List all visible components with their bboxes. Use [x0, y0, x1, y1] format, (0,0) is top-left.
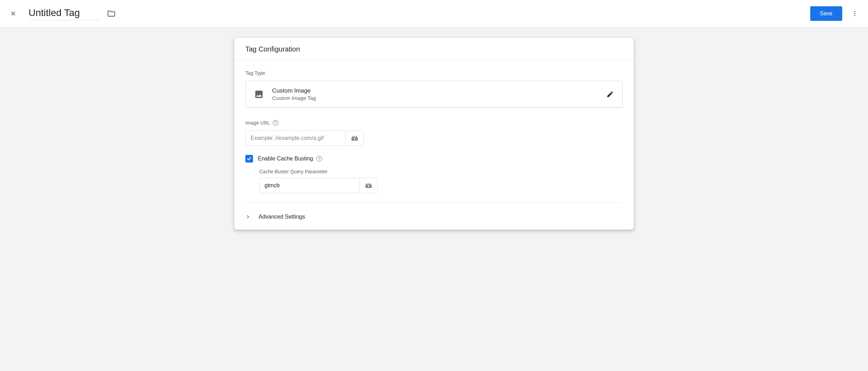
svg-point-2 [854, 15, 855, 16]
help-icon[interactable]: ? [316, 156, 322, 161]
chevron-right-icon [245, 214, 252, 219]
svg-rect-6 [356, 136, 357, 137]
svg-point-0 [854, 11, 855, 12]
help-icon[interactable]: ? [273, 120, 278, 126]
cache-buster-param-input[interactable] [259, 178, 360, 193]
cache-buster-param-label: Cache Buster Query Parameter [259, 169, 623, 174]
insert-variable-button[interactable] [360, 178, 378, 193]
svg-rect-4 [352, 136, 353, 137]
insert-variable-button[interactable] [346, 131, 364, 146]
image-icon [254, 89, 264, 99]
tag-type-selector[interactable]: Custom Image Custom Image Tag [245, 81, 623, 108]
tag-name-input[interactable] [29, 7, 100, 20]
cache-busting-label: Enable Cache Busting [258, 156, 313, 162]
image-url-input[interactable] [245, 131, 346, 146]
image-url-label: Image URL [245, 120, 270, 126]
edit-tag-type-icon[interactable] [606, 90, 614, 98]
svg-rect-12 [370, 183, 371, 185]
close-button[interactable] [9, 9, 17, 18]
tag-type-label: Tag Type [245, 70, 623, 76]
tag-type-name: Custom Image [272, 87, 598, 94]
divider [245, 202, 623, 203]
folder-icon[interactable] [107, 9, 116, 18]
card-title: Tag Configuration [245, 45, 623, 53]
svg-rect-11 [368, 183, 369, 185]
svg-point-1 [854, 13, 855, 14]
more-menu-icon[interactable] [851, 10, 859, 17]
svg-rect-5 [354, 136, 355, 137]
tag-configuration-card: Tag Configuration Tag Type Custom Image … [234, 38, 634, 230]
save-button[interactable]: Save [810, 6, 842, 21]
svg-rect-10 [366, 183, 367, 185]
enable-cache-busting-checkbox[interactable] [245, 155, 253, 163]
tag-type-subtitle: Custom Image Tag [272, 95, 598, 101]
advanced-settings-toggle[interactable]: Advanced Settings [234, 205, 634, 230]
advanced-settings-label: Advanced Settings [259, 214, 305, 220]
